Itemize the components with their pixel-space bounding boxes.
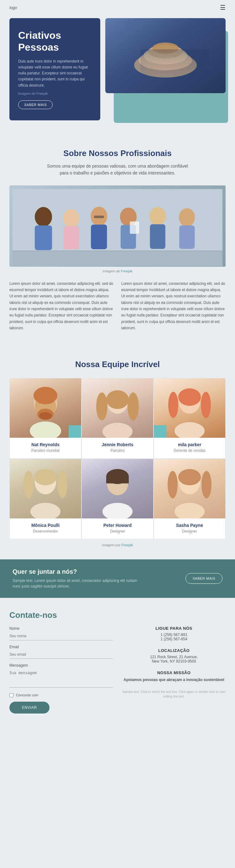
message-textarea[interactable] — [9, 669, 113, 688]
nat-svg — [20, 381, 71, 438]
nat-role: Parceiro mundial — [14, 448, 77, 453]
team-photo — [9, 185, 226, 267]
jennie-role: Parceiro — [85, 448, 150, 453]
checkbox-row: Concordo com — [9, 693, 113, 697]
logo: logo — [9, 5, 17, 10]
mission-text: Apoiamos pessoas que abraçam a inovação … — [122, 677, 226, 683]
hero-cta-button[interactable]: SABER MAIS — [18, 100, 53, 109]
svg-rect-12 — [63, 226, 79, 250]
svg-rect-14 — [91, 224, 107, 249]
phone1: 1 (256) 567-891 — [122, 632, 226, 637]
nat-info: Nat Reynolds Parceiro mundial — [10, 438, 81, 458]
hero-image — [105, 18, 226, 93]
svg-point-21 — [179, 208, 195, 226]
contact-form-area: Contate-nos Nome Email Mensagem Concordo… — [9, 610, 113, 714]
svg-rect-10 — [35, 225, 52, 250]
cta-title: Quer se juntar a nós? — [12, 568, 138, 575]
svg-point-32 — [106, 390, 129, 409]
svg-rect-48 — [106, 476, 129, 484]
team-grid: Nat Reynolds Parceiro mundial Jenni — [9, 378, 226, 539]
team-card-mila: mila parker Gerente de vendas — [154, 378, 226, 459]
monica-info: Mônica Poulli Desenvolvedor — [10, 519, 81, 539]
peter-photo — [82, 459, 153, 519]
name-group: Nome — [9, 626, 113, 640]
sobre-col1: Lorem ipsum dolor sit amet, consectetur … — [9, 280, 114, 332]
team-credit-link[interactable]: Freepik — [121, 269, 133, 273]
sobre-subtitle: Somos uma equipe de pessoas valiosas, co… — [42, 163, 193, 177]
mission-title: NOSSA MISSÃO — [122, 671, 226, 675]
hero-section: Criativos Pessoas Duis aute irure dolor … — [9, 18, 226, 120]
equipe-title: Nossa Equipe Incrível — [9, 360, 226, 369]
svg-rect-22 — [179, 225, 194, 249]
email-label: Email — [9, 645, 113, 649]
cta-text-area: Quer se juntar a nós? Sample text. Lorem… — [12, 568, 138, 589]
message-label: Mensagem — [9, 663, 113, 668]
mission-block: NOSSA MISSÃO Apoiamos pessoas que abraça… — [122, 671, 226, 683]
cta-banner: Quer se juntar a nós? Sample text. Lorem… — [0, 559, 235, 598]
sobre-col2: Lorem ipsum dolor sit amet, consectetur … — [121, 280, 226, 332]
svg-rect-29 — [39, 395, 52, 403]
sasha-photo — [154, 459, 225, 519]
name-input[interactable] — [9, 632, 113, 640]
team-photo-svg — [12, 189, 223, 267]
nat-name: Nat Reynolds — [14, 442, 77, 447]
email-input[interactable] — [9, 650, 113, 659]
jennie-photo — [82, 378, 153, 438]
peter-svg — [93, 462, 142, 519]
jennie-svg — [93, 381, 142, 438]
svg-rect-8 — [12, 250, 223, 266]
svg-point-44 — [57, 471, 68, 498]
peter-role: Designer — [85, 529, 150, 533]
svg-point-43 — [24, 471, 33, 498]
sobre-section: Sobre Nossos Profissionais Somos uma equ… — [0, 133, 235, 347]
hero-description: Duis aute irure dolor in reprehenderit i… — [18, 59, 92, 89]
jennie-name: Jennie Roberts — [85, 442, 150, 447]
navigation: logo ☰ — [0, 0, 235, 15]
message-group: Mensagem — [9, 663, 113, 689]
mila-photo-wrapper — [154, 378, 225, 438]
hamburger-icon[interactable]: ☰ — [220, 4, 226, 11]
phone-block: LIGUE PARA NÓS 1 (256) 567-891 1 (256) 5… — [122, 626, 226, 641]
sobre-two-col: Lorem ipsum dolor sit amet, consectetur … — [9, 280, 226, 344]
svg-point-37 — [178, 389, 201, 406]
phone-title: LIGUE PARA NÓS — [122, 626, 226, 631]
svg-point-52 — [167, 471, 178, 498]
agree-checkbox[interactable] — [9, 693, 14, 697]
sasha-info: Sasha Payne Designer — [154, 519, 225, 539]
svg-point-53 — [202, 471, 211, 498]
svg-point-35 — [102, 423, 133, 438]
checkbox-label: Concordo com — [16, 693, 38, 697]
monica-svg — [20, 462, 71, 519]
equipe-credit-link[interactable]: Freepik — [122, 543, 133, 547]
sobre-title: Sobre Nossos Profissionais — [9, 149, 226, 158]
cta-button[interactable]: SABER MAIS — [185, 573, 223, 584]
location-block: LOCALIZAÇÃO 121 Rock Street, 21 Avenue, … — [122, 648, 226, 663]
svg-point-27 — [39, 412, 52, 420]
team-card-sasha: Sasha Payne Designer — [154, 459, 226, 539]
contact-title: Contate-nos — [9, 610, 113, 620]
phone2: 1 (256) 567-654 — [122, 637, 226, 641]
svg-rect-20 — [150, 224, 165, 249]
svg-rect-18 — [130, 221, 139, 234]
hero-hands-svg — [122, 24, 209, 87]
monica-name: Mônica Poulli — [14, 523, 77, 528]
location-title: LOCALIZAÇÃO — [122, 648, 226, 653]
submit-button[interactable]: ENVIAR — [9, 702, 50, 714]
team-card-jennie: Jennie Roberts Parceiro — [81, 378, 154, 459]
monica-role: Desenvolvedor — [14, 529, 77, 533]
svg-point-33 — [96, 393, 107, 421]
svg-point-30 — [30, 422, 61, 438]
peter-name: Peter Howard — [85, 523, 150, 528]
svg-point-38 — [168, 392, 178, 418]
contact-info-area: LIGUE PARA NÓS 1 (256) 567-891 1 (256) 5… — [122, 610, 226, 714]
contact-sample-text: Sample text. Click to select the text bo… — [122, 689, 226, 699]
mila-name: mila parker — [158, 442, 221, 447]
svg-point-11 — [63, 209, 79, 227]
hero-image-credit: Imagem de Freepik — [18, 92, 92, 95]
svg-point-54 — [175, 503, 205, 519]
svg-point-42 — [34, 469, 57, 485]
name-label: Nome — [9, 626, 113, 631]
team-card-nat: Nat Reynolds Parceiro mundial — [9, 378, 81, 459]
hero-text-box: Criativos Pessoas Duis aute irure dolor … — [9, 18, 100, 120]
jennie-photo-wrapper — [82, 378, 153, 438]
